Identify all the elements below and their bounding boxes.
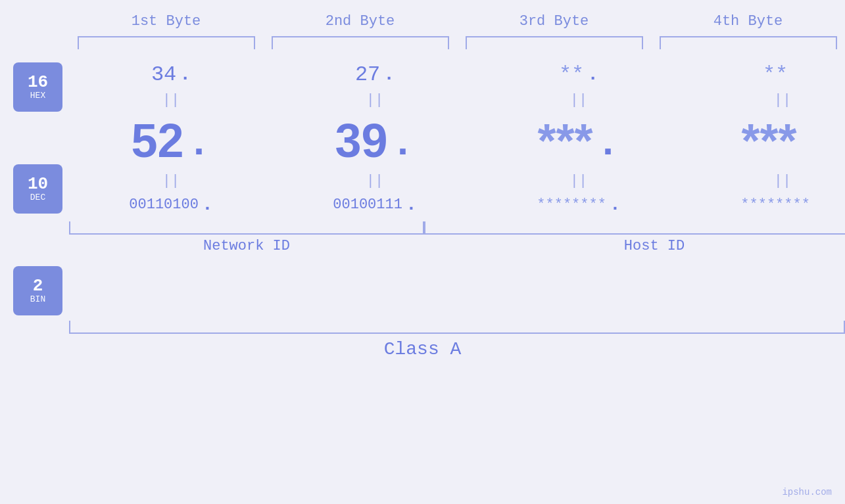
dec-dot3: .: [596, 122, 620, 166]
bin-badge-label: BIN: [30, 294, 45, 304]
dec-cell-3: *** .: [490, 114, 667, 168]
top-brackets: [69, 36, 845, 49]
net-id-bracket: [69, 221, 424, 235]
hex-cell-3: ** .: [490, 62, 667, 87]
bin-cell-3: ******** .: [490, 195, 667, 215]
byte4-label: 4th Byte: [660, 13, 837, 30]
bin-val1: 00110100: [129, 196, 199, 213]
watermark: ipshu.com: [782, 487, 832, 497]
sep-hex-dec: || || || ||: [62, 87, 845, 114]
byte2-label: 2nd Byte: [272, 13, 449, 30]
bin-badge: 2 BIN: [13, 266, 62, 315]
dec-badge: 10 DEC: [13, 164, 62, 214]
content-wrapper: 16 HEX 10 DEC 2 BIN 34 . 27: [0, 62, 845, 315]
host-id-label: Host ID: [424, 238, 845, 254]
badges-column: 16 HEX 10 DEC 2 BIN: [7, 62, 62, 315]
sep1-4: ||: [694, 92, 845, 108]
dec-val2: 39: [335, 114, 387, 168]
dec-cell-2: 39 .: [286, 114, 464, 168]
bin-val2: 00100111: [333, 196, 402, 213]
bin-val4: ********: [740, 196, 810, 213]
hex-cell-1: 34 .: [82, 62, 260, 87]
bin-dot3: .: [610, 195, 621, 215]
sep2-2: ||: [286, 173, 464, 189]
hex-badge: 16 HEX: [13, 62, 62, 112]
dec-val4: ***: [741, 114, 796, 168]
bin-dot1: .: [202, 195, 213, 215]
host-id-bracket: [424, 221, 845, 235]
bin-row: 00110100 . 00100111 . ******** . *******…: [62, 195, 845, 215]
bin-cell-1: 00110100 .: [82, 195, 260, 215]
hex-val3: **: [559, 62, 584, 87]
hex-cell-4: ** .: [694, 62, 845, 87]
sep2-4: ||: [694, 173, 845, 189]
sep1-2: ||: [286, 92, 464, 108]
bracket-byte3: [466, 36, 643, 49]
dec-badge-label: DEC: [30, 193, 45, 202]
hex-cell-2: 27 .: [286, 62, 464, 87]
main-container: 1st Byte 2nd Byte 3rd Byte 4th Byte 16 H…: [0, 0, 845, 504]
bin-dot2: .: [406, 195, 417, 215]
hex-val4: **: [763, 62, 788, 87]
dec-dot2: .: [391, 122, 415, 166]
hex-badge-label: HEX: [30, 91, 45, 101]
network-id-label: Network ID: [69, 238, 424, 254]
bin-val3: ********: [537, 196, 606, 213]
sep-dec-bin: || || || ||: [62, 168, 845, 195]
bin-cell-4: ******** .: [694, 195, 845, 215]
dec-cell-1: 52 .: [82, 114, 260, 168]
class-label: Class A: [0, 339, 845, 359]
dec-dot1: .: [187, 122, 211, 166]
dec-row: 52 . 39 . *** . *** .: [62, 114, 845, 168]
dec-val3: ***: [537, 114, 592, 168]
dec-badge-number: 10: [28, 175, 48, 193]
rows-area: 34 . 27 . ** . ** . || ||: [62, 62, 845, 254]
hex-dot1: .: [180, 64, 191, 85]
sep1-1: ||: [82, 92, 260, 108]
id-labels-row: Network ID Host ID: [62, 235, 845, 254]
bin-cell-2: 00100111 .: [286, 195, 464, 215]
hex-val1: 34: [151, 62, 176, 87]
byte-labels-row: 1st Byte 2nd Byte 3rd Byte 4th Byte: [69, 13, 845, 30]
hex-dot2: .: [383, 64, 395, 85]
sep2-1: ||: [82, 173, 260, 189]
bottom-bracket-row: [62, 221, 845, 235]
dec-val1: 52: [131, 114, 183, 168]
bracket-byte1: [78, 36, 255, 49]
dec-cell-4: *** .: [694, 114, 845, 168]
hex-dot3: .: [587, 64, 598, 85]
bracket-byte2: [272, 36, 449, 49]
sep1-3: ||: [490, 92, 667, 108]
bracket-byte4: [660, 36, 837, 49]
bin-badge-number: 2: [33, 277, 43, 294]
hex-badge-number: 16: [28, 74, 48, 91]
byte3-label: 3rd Byte: [466, 13, 643, 30]
byte1-label: 1st Byte: [78, 13, 255, 30]
sep2-3: ||: [490, 173, 667, 189]
hex-val2: 27: [355, 62, 380, 87]
hex-row: 34 . 27 . ** . ** .: [62, 62, 845, 87]
outer-bracket: [69, 321, 845, 334]
